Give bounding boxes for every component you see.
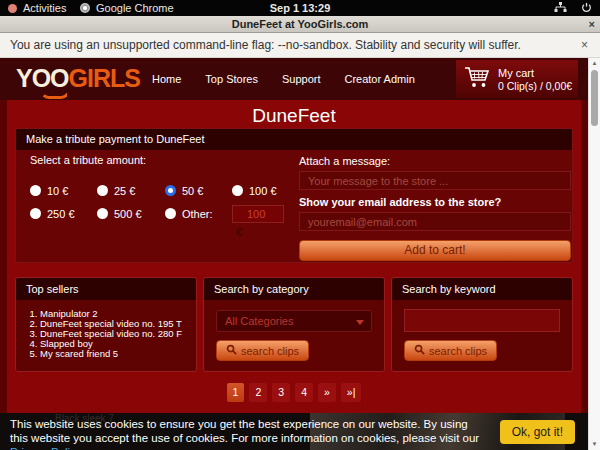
power-icon[interactable]	[581, 2, 592, 15]
radio-label: 10 €	[47, 185, 68, 197]
radio-checked-icon	[165, 185, 176, 196]
category-select-value: All Categories	[225, 315, 293, 327]
search-icon	[414, 344, 425, 357]
window-close-icon[interactable]: ×	[589, 16, 595, 32]
tribute-amount-section: Select a tribute amount: 10 € 25 € 50 € …	[30, 154, 294, 239]
network-icon[interactable]	[554, 2, 567, 15]
radio-label: 500 €	[114, 208, 142, 220]
bottom-panels: Top sellers Manipulator 2 DuneFeet speci…	[15, 277, 573, 372]
radio-icon	[97, 208, 108, 219]
page-title: DuneFeet	[7, 100, 581, 127]
search-clips-label: search clips	[241, 345, 299, 357]
search-icon	[226, 344, 237, 357]
my-cart-button[interactable]: My cart 0 Clip(s) / 0,00€	[456, 60, 578, 98]
flag-warning-close-icon[interactable]: ×	[581, 33, 588, 57]
flag-warning-text: You are using an unsupported command-lin…	[10, 38, 521, 52]
window-title: DuneFeet at YooGirls.com	[232, 18, 369, 30]
page-button-4[interactable]: 4	[295, 383, 313, 402]
scroll-down-icon[interactable]: ▼	[589, 439, 600, 449]
tribute-radio-100[interactable]: 100 €	[232, 179, 294, 202]
page-button-1[interactable]: 1	[227, 383, 245, 402]
search-keyword-panel: Search by keyword search clips	[391, 277, 573, 372]
page-button-2[interactable]: 2	[249, 383, 267, 402]
system-tray	[554, 0, 592, 16]
tribute-amount-label: Select a tribute amount:	[30, 154, 294, 166]
cookie-message-text: This website uses cookies to ensure you …	[10, 418, 479, 444]
tribute-message-section: Attach a message: Show your email addres…	[299, 155, 571, 261]
radio-icon	[97, 185, 108, 196]
search-keyword-header: Search by keyword	[392, 278, 572, 300]
page-button-3[interactable]: 3	[272, 383, 290, 402]
other-amount-input[interactable]	[232, 205, 284, 223]
tribute-panel-header: Make a tribute payment to DuneFeet	[16, 129, 572, 150]
top-sellers-list: Manipulator 2 DuneFeet special video no.…	[40, 309, 196, 359]
cookie-accept-button[interactable]: Ok, got it!	[500, 420, 575, 444]
cookie-notice-bar: Black sleek 7 This website uses cookies …	[0, 413, 588, 450]
privacy-policy-link[interactable]: Privacy Policy	[10, 446, 82, 450]
tribute-radio-500[interactable]: 500 €	[97, 202, 165, 225]
top-sellers-panel: Top sellers Manipulator 2 DuneFeet speci…	[15, 277, 197, 372]
logo-text-2: GIRLS	[69, 64, 140, 92]
tribute-panel: Make a tribute payment to DuneFeet Selec…	[15, 128, 573, 263]
page-button-last[interactable]: »|	[341, 383, 362, 402]
system-bar: Activities Google Chrome Sep 1 13:29	[0, 0, 600, 16]
search-clips-category-button[interactable]: search clips	[216, 340, 309, 361]
category-select[interactable]: All Categories	[216, 310, 372, 332]
tribute-radio-50-selected[interactable]: 50 €	[165, 179, 232, 202]
email-input[interactable]	[299, 212, 571, 231]
nav-item-support[interactable]: Support	[282, 73, 321, 85]
top-seller-item[interactable]: My scared friend 5	[40, 349, 196, 359]
site-header: YOOGIRLS Home Top Stores Support Creator…	[0, 58, 588, 100]
radio-label: Other:	[182, 208, 213, 220]
cart-icon	[464, 66, 490, 92]
radio-label: 100 €	[249, 185, 277, 197]
cookie-message: This website uses cookies to ensure you …	[10, 417, 482, 450]
nav-item-top-stores[interactable]: Top Stores	[205, 73, 258, 85]
cart-summary: 0 Clip(s) / 0,00€	[498, 80, 572, 93]
email-label: Show your email address to the store?	[299, 196, 571, 208]
nav-item-creator-admin[interactable]: Creator Admin	[344, 73, 414, 85]
page-button-next[interactable]: »	[318, 383, 336, 402]
radio-label: 250 €	[47, 208, 75, 220]
radio-icon	[165, 208, 176, 219]
tribute-radio-250[interactable]: 250 €	[30, 202, 97, 225]
nav-item-home[interactable]: Home	[152, 73, 181, 85]
tribute-radio-other[interactable]: Other:	[165, 202, 232, 225]
logo-smile-icon	[40, 90, 70, 99]
main-nav: Home Top Stores Support Creator Admin	[152, 58, 415, 100]
window-titlebar: DuneFeet at YooGirls.com ×	[0, 16, 600, 33]
cart-title: My cart	[498, 66, 572, 80]
radio-icon	[30, 185, 41, 196]
scrollbar-thumb[interactable]	[591, 70, 598, 126]
chevron-down-icon	[356, 320, 364, 325]
search-clips-label: search clips	[429, 345, 487, 357]
scroll-up-icon[interactable]: ▲	[589, 58, 600, 68]
radio-icon	[232, 185, 243, 196]
screen: Activities Google Chrome Sep 1 13:29 Dun…	[0, 0, 600, 450]
tribute-amount-options: 10 € 25 € 50 € 100 € 250 € 500 € Other: …	[30, 179, 294, 239]
flag-warning-bar: You are using an unsupported command-lin…	[0, 33, 600, 58]
add-to-cart-button[interactable]: Add to cart!	[299, 240, 571, 261]
page-container: DuneFeet Make a tribute payment to DuneF…	[7, 100, 581, 450]
search-category-panel: Search by category All Categories search…	[203, 277, 385, 372]
clock[interactable]: Sep 1 13:29	[0, 0, 600, 16]
logo-text-1: YOO	[16, 64, 69, 92]
site-logo[interactable]: YOOGIRLS	[16, 64, 140, 92]
tribute-radio-25[interactable]: 25 €	[97, 179, 165, 202]
keyword-input[interactable]	[404, 309, 560, 332]
message-input[interactable]	[299, 171, 571, 190]
scrollbar[interactable]: ▲ ▼	[588, 58, 600, 450]
radio-icon	[30, 208, 41, 219]
browser-viewport: YOOGIRLS Home Top Stores Support Creator…	[0, 58, 588, 450]
top-sellers-header: Top sellers	[16, 278, 196, 300]
other-amount-currency: €	[232, 225, 294, 239]
radio-label: 25 €	[114, 185, 135, 197]
message-label: Attach a message:	[299, 155, 571, 167]
tribute-radio-10[interactable]: 10 €	[30, 179, 97, 202]
search-category-header: Search by category	[204, 278, 384, 300]
pagination: 1 2 3 4 » »|	[7, 383, 581, 402]
search-clips-keyword-button[interactable]: search clips	[404, 340, 497, 361]
radio-label: 50 €	[182, 185, 203, 197]
